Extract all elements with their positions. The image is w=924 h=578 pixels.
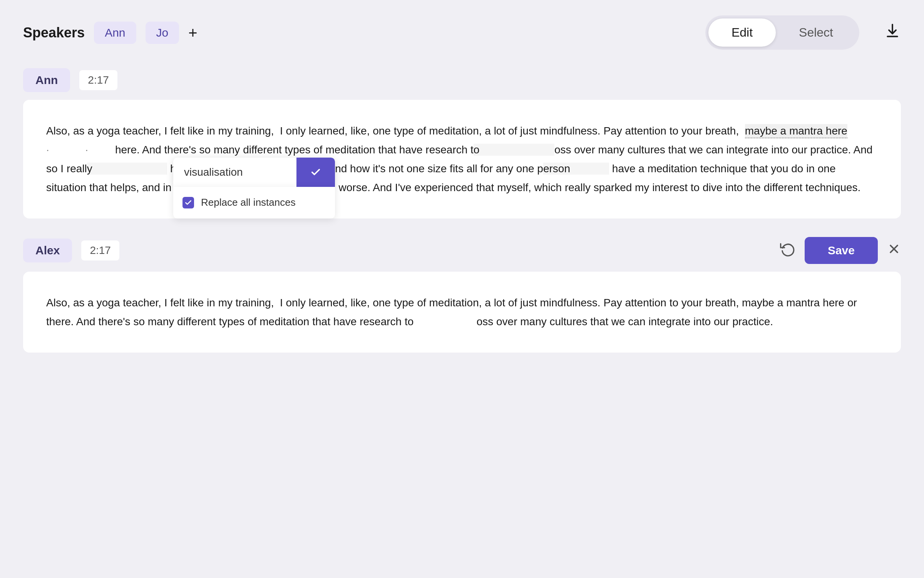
alex-speaker-block: Alex 2:17 Save Also, as a yoga teacher, … <box>23 237 901 353</box>
history-icon <box>780 241 795 257</box>
toolbar: Speakers Ann Jo + Edit Select <box>23 15 901 50</box>
speakers-label: Speakers <box>23 25 85 41</box>
history-button[interactable] <box>780 241 795 260</box>
alex-time: 2:17 <box>81 240 119 260</box>
ann-time: 2:17 <box>79 70 117 90</box>
ann-name-badge: Ann <box>23 68 70 92</box>
ann-transcript-box[interactable]: Also, as a yoga teacher, I felt like in … <box>23 100 901 218</box>
speaker-chip-jo[interactable]: Jo <box>146 22 179 44</box>
replace-all-label: Replace all instances <box>201 194 296 212</box>
close-button[interactable] <box>887 242 901 259</box>
checkbox-check-icon <box>184 199 192 207</box>
alex-transcript-box[interactable]: Also, as a yoga teacher, I felt like in … <box>23 272 901 353</box>
replace-all-checkbox[interactable] <box>182 197 194 208</box>
replace-popup: Replace all instances <box>173 158 335 218</box>
popup-confirm-button[interactable] <box>296 158 335 187</box>
download-button[interactable] <box>884 22 901 43</box>
alex-actions: Save <box>780 237 901 264</box>
edit-tab-button[interactable]: Edit <box>708 18 776 47</box>
ann-speaker-block: Ann 2:17 Also, as a yoga teacher, I felt… <box>23 68 901 218</box>
checkmark-icon <box>310 167 321 178</box>
close-icon <box>887 242 901 256</box>
save-button[interactable]: Save <box>805 237 878 264</box>
speaker-chip-ann[interactable]: Ann <box>94 22 136 44</box>
ann-transcript-text: Also, as a yoga teacher, I felt like in … <box>46 121 878 197</box>
popup-input-row <box>173 158 335 187</box>
popup-replace-row: Replace all instances <box>173 187 335 218</box>
replace-input[interactable] <box>173 158 296 187</box>
edit-select-toggle: Edit Select <box>705 15 859 50</box>
ann-header: Ann 2:17 <box>23 68 901 92</box>
alex-header: Alex 2:17 Save <box>23 237 901 264</box>
select-tab-button[interactable]: Select <box>776 18 856 47</box>
add-speaker-button[interactable]: + <box>188 25 197 40</box>
alex-transcript-text: Also, as a yoga teacher, I felt like in … <box>46 293 878 331</box>
alex-name-badge: Alex <box>23 239 72 262</box>
download-icon <box>884 22 901 39</box>
